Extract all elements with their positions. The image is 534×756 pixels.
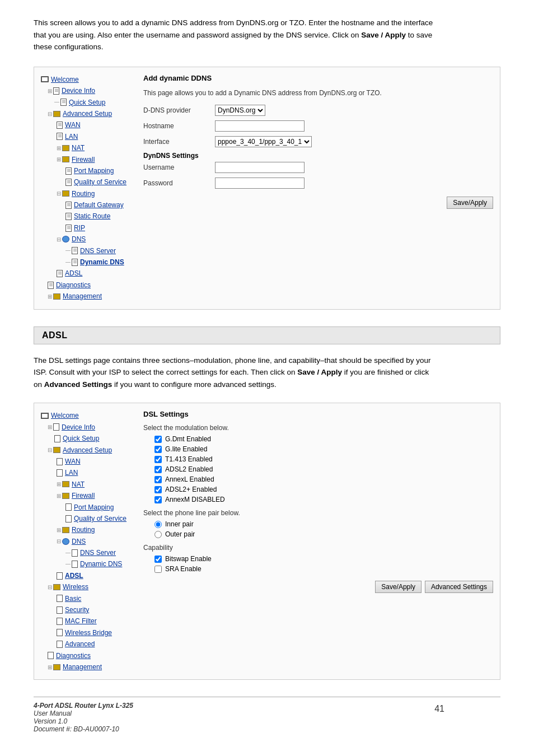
nav-diagnostics-label[interactable]: Diagnostics	[56, 279, 91, 291]
sra-checkbox[interactable]	[154, 566, 162, 573]
nav2-advanced-label[interactable]: Advanced	[65, 638, 95, 650]
nav-nat-label[interactable]: NAT	[72, 142, 85, 153]
gdmt-checkbox[interactable]	[154, 436, 162, 443]
nav2-device-info[interactable]: ⊞ Device Info	[48, 422, 133, 433]
glite-checkbox[interactable]	[154, 446, 162, 453]
nav2-dns[interactable]: ⊟ DNS	[57, 536, 133, 547]
ddns-save-button[interactable]: Save/Apply	[447, 197, 493, 209]
nav-device-info-label[interactable]: Device Info	[62, 85, 95, 96]
nav-static-route[interactable]: Static Route	[65, 211, 133, 222]
nav2-qos-label[interactable]: Quality of Service	[74, 513, 127, 524]
nav2-dns-label[interactable]: DNS	[72, 536, 86, 547]
nav2-lan[interactable]: LAN	[57, 467, 133, 478]
nav-quick-setup[interactable]: — Quick Setup	[54, 97, 133, 108]
nav2-routing-label[interactable]: Routing	[72, 524, 95, 535]
nav2-wan-label[interactable]: WAN	[65, 456, 81, 467]
nav2-mac-filter[interactable]: MAC Filter	[57, 615, 133, 627]
nav2-security[interactable]: Security	[57, 604, 133, 615]
password-input[interactable]	[215, 178, 305, 189]
nav-firewall[interactable]: ⊞ Firewall	[57, 154, 133, 165]
username-input[interactable]	[215, 162, 305, 173]
nav2-quick-setup-label[interactable]: Quick Setup	[63, 433, 99, 444]
inner-pair-radio[interactable]	[154, 521, 162, 528]
nav-welcome[interactable]: Welcome	[41, 74, 133, 85]
nav-nat[interactable]: ⊞ NAT	[57, 142, 133, 153]
nav2-routing[interactable]: ⊞ Routing	[57, 524, 133, 535]
annexl-checkbox[interactable]	[154, 476, 162, 483]
hostname-input[interactable]	[215, 120, 305, 132]
nav-dns[interactable]: ⊟ DNS	[57, 234, 133, 245]
nav-qos-label[interactable]: Quality of Service	[74, 176, 127, 188]
nav2-mac-filter-label[interactable]: MAC Filter	[65, 615, 97, 627]
adsl2plus-checkbox[interactable]	[154, 486, 162, 493]
nav2-wireless-bridge[interactable]: Wireless Bridge	[57, 627, 133, 638]
nav-default-gw-label[interactable]: Default Gateway	[74, 199, 124, 211]
nav2-advanced[interactable]: Advanced	[57, 638, 133, 650]
nav-diagnostics[interactable]: Diagnostics	[48, 279, 133, 291]
nav2-security-label[interactable]: Security	[65, 604, 89, 615]
adsl2-checkbox[interactable]	[154, 466, 162, 473]
nav-default-gw[interactable]: Default Gateway	[65, 199, 133, 211]
outer-pair-radio[interactable]	[154, 531, 162, 538]
nav2-qos[interactable]: Quality of Service	[65, 513, 133, 524]
nav-welcome-label[interactable]: Welcome	[51, 74, 79, 85]
nav2-dns-server-label[interactable]: DNS Server	[80, 547, 116, 558]
nav2-port-mapping[interactable]: Port Mapping	[65, 502, 133, 513]
nav2-dynamic-dns[interactable]: — Dynamic DNS	[65, 558, 133, 570]
nav-wan-label[interactable]: WAN	[65, 119, 81, 130]
nav-rip-label[interactable]: RIP	[74, 222, 85, 234]
dsl-advanced-button[interactable]: Advanced Settings	[425, 581, 493, 593]
nav-wan[interactable]: WAN	[57, 119, 133, 130]
nav2-diagnostics[interactable]: Diagnostics	[48, 650, 133, 661]
dsl-save-button[interactable]: Save/Apply	[375, 581, 421, 593]
nav-adsl[interactable]: ADSL	[57, 268, 133, 279]
nav-management[interactable]: ⊞ Management	[48, 291, 133, 302]
nav2-basic-label[interactable]: Basic	[65, 593, 81, 604]
nav-port-mapping[interactable]: Port Mapping	[65, 165, 133, 176]
nav2-wireless[interactable]: ⊟ Wireless	[48, 581, 133, 592]
nav-routing[interactable]: ⊟ Routing	[57, 188, 133, 199]
nav-rip[interactable]: RIP	[65, 222, 133, 234]
nav-dns-server-label[interactable]: DNS Server	[80, 245, 116, 256]
nav2-management-label[interactable]: Management	[63, 661, 102, 673]
interface-select[interactable]: pppoe_3_40_1/ppp_3_40_1	[215, 136, 312, 147]
nav2-lan-label[interactable]: LAN	[65, 467, 78, 478]
nav-qos[interactable]: Quality of Service	[65, 176, 133, 188]
nav-quick-setup-label[interactable]: Quick Setup	[69, 97, 105, 108]
nav2-quick-setup[interactable]: Quick Setup	[54, 433, 133, 444]
bitswap-checkbox[interactable]	[154, 556, 162, 563]
t1413-checkbox[interactable]	[154, 456, 162, 463]
nav-dns-label[interactable]: DNS	[72, 234, 86, 245]
nav-port-mapping-label[interactable]: Port Mapping	[74, 165, 114, 176]
nav2-nat[interactable]: ⊞ NAT	[57, 479, 133, 490]
nav2-wireless-bridge-label[interactable]: Wireless Bridge	[65, 627, 112, 638]
nav2-port-mapping-label[interactable]: Port Mapping	[74, 502, 114, 513]
nav-lan[interactable]: LAN	[57, 131, 133, 142]
nav-dynamic-dns-label[interactable]: Dynamic DNS	[80, 256, 124, 268]
nav2-adsl-label[interactable]: ADSL	[65, 570, 83, 581]
nav-routing-label[interactable]: Routing	[72, 188, 95, 199]
nav2-dynamic-dns-label[interactable]: Dynamic DNS	[80, 558, 122, 570]
nav2-wireless-label[interactable]: Wireless	[63, 581, 88, 592]
nav2-advanced-setup-label[interactable]: Advanced Setup	[63, 445, 112, 456]
nav2-welcome-label[interactable]: Welcome	[51, 410, 79, 421]
nav2-dns-server[interactable]: — DNS Server	[65, 547, 133, 558]
nav-adsl-label[interactable]: ADSL	[65, 268, 82, 279]
nav2-advanced-setup[interactable]: ⊟ Advanced Setup	[48, 445, 133, 456]
nav2-basic[interactable]: Basic	[57, 593, 133, 604]
nav-dynamic-dns[interactable]: — Dynamic DNS	[65, 256, 133, 268]
ddns-provider-select[interactable]: DynDNS.org TZO	[215, 105, 265, 116]
nav2-firewall[interactable]: ⊞ Firewall	[57, 490, 133, 501]
nav-device-info[interactable]: ⊞ Device Info	[48, 85, 133, 96]
nav2-welcome[interactable]: Welcome	[41, 410, 133, 421]
nav2-firewall-label[interactable]: Firewall	[72, 490, 95, 501]
nav-lan-label[interactable]: LAN	[65, 131, 78, 142]
nav-management-label[interactable]: Management	[63, 291, 102, 302]
nav-firewall-label[interactable]: Firewall	[72, 154, 95, 165]
annexm-checkbox[interactable]	[154, 496, 162, 503]
nav2-adsl[interactable]: ADSL	[57, 570, 133, 581]
nav-static-route-label[interactable]: Static Route	[74, 211, 110, 222]
nav-advanced-setup-label[interactable]: Advanced Setup	[63, 108, 112, 119]
nav2-diagnostics-label[interactable]: Diagnostics	[56, 650, 91, 661]
nav2-management[interactable]: ⊞ Management	[48, 661, 133, 673]
